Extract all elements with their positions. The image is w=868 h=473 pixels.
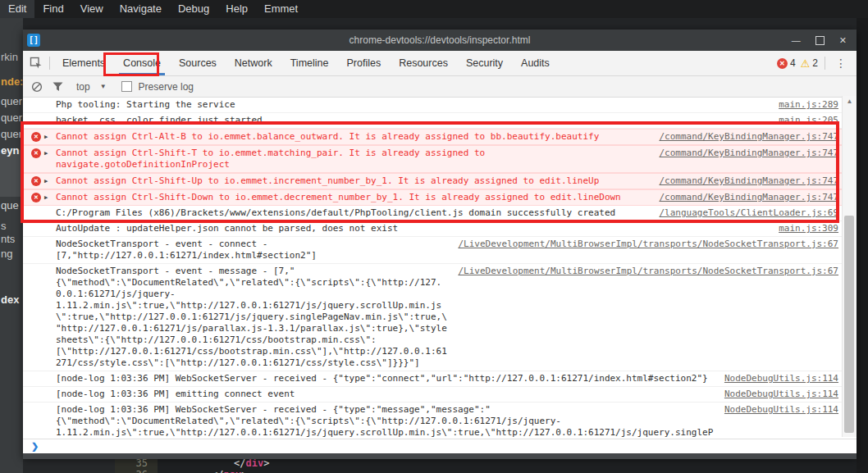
background-right-strip <box>857 18 868 473</box>
console-message: NodeSocketTransport - event - message - … <box>56 266 450 369</box>
clear-console-icon[interactable] <box>31 81 43 93</box>
tab-timeline[interactable]: Timeline <box>281 52 338 75</box>
menu-view[interactable]: View <box>72 0 112 18</box>
menu-find[interactable]: Find <box>34 0 71 18</box>
annotation-box-errors <box>21 121 839 223</box>
execution-context-selector[interactable]: top <box>76 81 90 93</box>
tab-profiles[interactable]: Profiles <box>337 52 390 75</box>
menu-emmet[interactable]: Emmet <box>256 0 306 18</box>
sidebar-fragment: que <box>1 199 19 211</box>
sidebar-fragment: rkin <box>1 51 18 63</box>
editor-code-line: 36</nav> <box>23 469 857 473</box>
source-link[interactable]: NodeDebugUtils.js:114 <box>724 389 838 400</box>
console-row: [node-log 1:03:36 PM] emitting connect e… <box>23 387 857 403</box>
editor-code-line: 35</div> <box>23 457 857 469</box>
sidebar-highlight-band <box>0 150 23 197</box>
sidebar-fragment: nde: <box>1 75 23 88</box>
annotation-box-console-tab <box>103 52 159 76</box>
error-count-badge[interactable]: ✕ 4 <box>777 57 796 69</box>
maximize-button[interactable] <box>815 36 825 45</box>
error-circle-icon: ✕ <box>777 58 788 69</box>
scrollbar-thumb[interactable] <box>844 216 854 433</box>
inspect-element-icon[interactable] <box>30 57 43 70</box>
warning-triangle-icon: ⚠ <box>801 58 811 69</box>
console-row: Php tooling: Starting the service main.j… <box>23 98 857 113</box>
close-button[interactable]: ✕ <box>839 36 847 45</box>
sidebar-fragment: ng <box>1 248 12 260</box>
devtools-titlebar[interactable]: [] chrome-devtools://devtools/inspector.… <box>23 30 857 51</box>
tab-sources[interactable]: Sources <box>170 52 226 75</box>
sidebar-fragment: nts <box>1 233 15 245</box>
console-prompt-row[interactable]: ❯ <box>23 439 857 453</box>
source-link[interactable]: NodeDebugUtils.js:114 <box>724 404 838 416</box>
console-message: AutoUpdate : updateHelper.json cannot be… <box>56 223 770 234</box>
tab-resources[interactable]: Resources <box>390 52 457 75</box>
filter-funnel-icon[interactable] <box>53 82 63 92</box>
console-message: [node-log 1:03:36 PM] emitting connect e… <box>56 389 716 400</box>
menu-debug[interactable]: Debug <box>170 0 217 18</box>
brackets-editor-slice: 35</div>36</nav> <box>23 457 857 473</box>
tab-separator <box>49 57 50 70</box>
console-row: [node-log 1:03:36 PM] WebSocketServer - … <box>23 371 857 387</box>
menu-navigate[interactable]: Navigate <box>112 0 170 18</box>
sidebar-fragment: quer <box>1 128 22 140</box>
brackets-menubar: EditFindViewNavigateDebugHelpEmmet <box>0 0 868 18</box>
line-number: 35 <box>115 457 148 469</box>
chevron-down-icon[interactable]: ▼ <box>100 83 107 90</box>
console-scrollbar[interactable]: ▲ <box>842 96 857 437</box>
menu-help[interactable]: Help <box>217 0 256 18</box>
console-prompt-icon: ❯ <box>23 441 39 452</box>
code-text: </nav> <box>212 469 247 473</box>
preserve-log-checkbox[interactable] <box>121 81 132 92</box>
sidebar-fragment: quer <box>1 95 22 107</box>
minimize-button[interactable]: — <box>792 36 801 45</box>
warning-count-badge[interactable]: ⚠ 2 <box>801 57 818 69</box>
badge-divider <box>825 57 825 70</box>
devtools-window: [] chrome-devtools://devtools/inspector.… <box>23 30 857 457</box>
window-title: chrome-devtools://devtools/inspector.htm… <box>23 34 857 46</box>
console-message: [node-log 1:03:36 PM] WebSocketServer - … <box>56 404 716 439</box>
sidebar-fragment: dex <box>1 293 19 306</box>
scroll-up-arrow-icon[interactable]: ▲ <box>843 98 857 105</box>
source-link[interactable]: /LiveDevelopment/MultiBrowserImpl/transp… <box>458 239 838 250</box>
console-row: [node-log 1:03:36 PM] WebSocketServer - … <box>23 403 857 439</box>
sidebar-fragment: s <box>1 220 7 232</box>
code-text: </div> <box>234 457 269 469</box>
tab-audits[interactable]: Audits <box>512 52 559 75</box>
console-message: [node-log 1:03:36 PM] WebSocketServer - … <box>56 373 716 384</box>
console-message: NodeSocketTransport - event - connect - … <box>56 239 450 262</box>
kebab-menu-icon[interactable]: ⋮ <box>832 57 850 70</box>
source-link[interactable]: NodeDebugUtils.js:114 <box>724 373 838 384</box>
console-row: NodeSocketTransport - event - connect - … <box>23 237 857 264</box>
preserve-log-label[interactable]: Preserve log <box>139 81 194 93</box>
window-bottom-frame <box>23 453 857 459</box>
brackets-sidebar-clipped: rkinnde:querquerquereynquesntsngdex <box>0 18 23 473</box>
line-number: 36 <box>115 469 148 473</box>
source-link[interactable]: main.js:289 <box>779 99 838 111</box>
source-link[interactable]: /LiveDevelopment/MultiBrowserImpl/transp… <box>458 266 838 277</box>
console-message: Php tooling: Starting the service <box>56 99 770 111</box>
source-link[interactable]: main.js:309 <box>779 223 838 234</box>
console-row: AutoUpdate : updateHelper.json cannot be… <box>23 221 857 237</box>
tab-security[interactable]: Security <box>457 52 512 75</box>
sidebar-fragment: eyn <box>1 144 19 157</box>
sidebar-fragment: quer <box>1 111 22 124</box>
tab-network[interactable]: Network <box>226 52 281 75</box>
console-toolbar: top ▼ Preserve log <box>23 76 857 98</box>
menu-edit[interactable]: Edit <box>0 0 34 18</box>
console-row: NodeSocketTransport - event - message - … <box>23 264 857 371</box>
